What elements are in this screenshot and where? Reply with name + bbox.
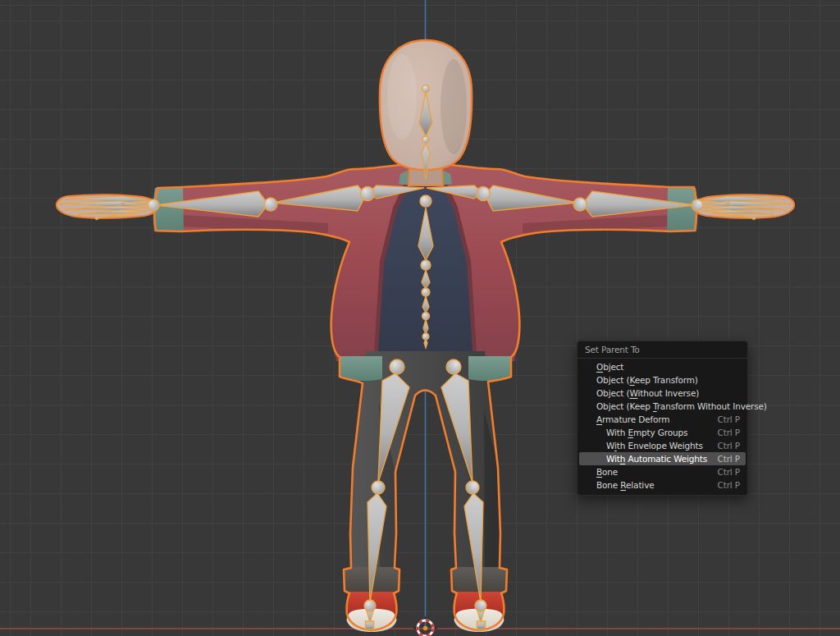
menu-item-object[interactable]: Object (579, 360, 746, 373)
menu-item-with-automatic-weights[interactable]: With Automatic WeightsCtrl P (579, 452, 746, 465)
context-menu[interactable]: Set Parent To ObjectObject (Keep Transfo… (577, 341, 748, 496)
blender-3d-viewport[interactable]: Set Parent To ObjectObject (Keep Transfo… (0, 0, 840, 636)
menu-item-label: Bone Relative (596, 478, 655, 492)
menu-item-hotkey: Ctrl P (710, 426, 740, 439)
menu-item-label: Object (596, 360, 623, 373)
menu-item-object-without-inverse[interactable]: Object (Without Inverse) (579, 387, 746, 400)
viewport-scene[interactable] (0, 0, 840, 636)
menu-item-with-empty-groups[interactable]: With Empty GroupsCtrl P (579, 426, 746, 439)
cursor-3d[interactable] (414, 617, 437, 636)
menu-item-object-keep-transform[interactable]: Object (Keep Transform) (579, 373, 746, 387)
menu-item-hotkey: Ctrl P (710, 413, 740, 426)
menu-item-hotkey: Ctrl P (710, 452, 740, 465)
jacket-hem-left (340, 356, 382, 381)
menu-item-hotkey: Ctrl P (710, 465, 740, 478)
menu-item-label: Armature Deform (596, 413, 669, 426)
hand-right[interactable] (693, 194, 794, 220)
menu-item-label: Bone (596, 465, 618, 478)
menu-item-bone-relative[interactable]: Bone RelativeCtrl P (579, 478, 746, 492)
jacket-hem-right (468, 356, 511, 381)
menu-item-with-envelope-weights[interactable]: With Envelope WeightsCtrl P (579, 439, 746, 452)
menu-item-hotkey: Ctrl P (710, 478, 740, 492)
menu-item-label: With Automatic Weights (606, 452, 707, 465)
menu-item-label: Object (Keep Transform Without Inverse) (596, 400, 767, 413)
menu-item-armature-deform[interactable]: Armature DeformCtrl P (579, 413, 746, 426)
menu-item-label: Object (Without Inverse) (596, 387, 699, 400)
menu-item-bone[interactable]: BoneCtrl P (579, 465, 746, 478)
menu-item-object-keep-transform-without-inverse[interactable]: Object (Keep Transform Without Inverse) (579, 400, 746, 413)
context-menu-title: Set Parent To (578, 341, 747, 359)
hand-left[interactable] (57, 194, 158, 220)
menu-item-label: With Envelope Weights (606, 439, 703, 452)
menu-item-label: Object (Keep Transform) (596, 373, 698, 387)
menu-item-label: With Empty Groups (606, 426, 687, 439)
context-menu-items: ObjectObject (Keep Transform)Object (Wit… (578, 360, 747, 492)
menu-item-hotkey: Ctrl P (710, 439, 740, 452)
